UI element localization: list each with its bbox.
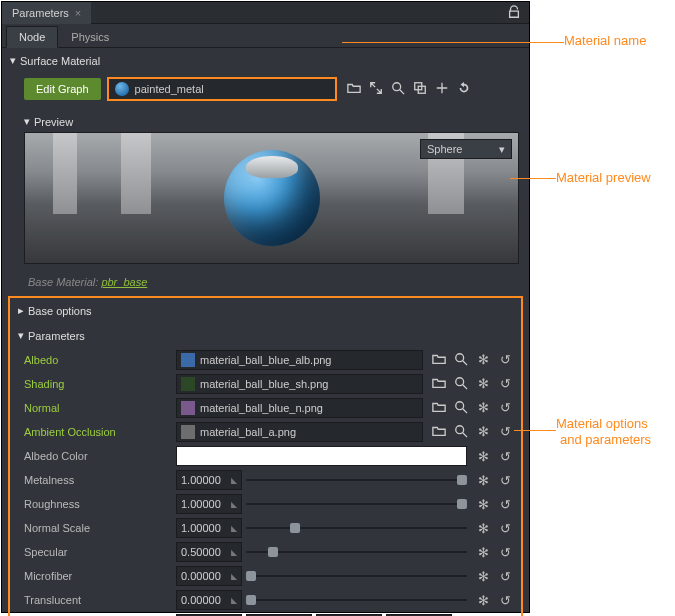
preview-header[interactable]: ▾ Preview bbox=[24, 111, 519, 132]
gear-icon[interactable]: ✻ bbox=[475, 521, 491, 536]
search-icon[interactable] bbox=[453, 352, 469, 369]
svg-point-3 bbox=[456, 353, 464, 361]
search-icon[interactable] bbox=[453, 424, 469, 441]
add-icon[interactable] bbox=[435, 81, 449, 98]
gear-icon[interactable]: ✻ bbox=[475, 569, 491, 584]
folder-icon[interactable] bbox=[431, 352, 447, 369]
gear-icon[interactable]: ✻ bbox=[475, 473, 491, 488]
reset-icon[interactable]: ↺ bbox=[497, 473, 513, 488]
gear-icon[interactable]: ✻ bbox=[475, 424, 491, 441]
spinner-icon[interactable]: ◣ bbox=[231, 524, 237, 533]
folder-icon[interactable] bbox=[431, 400, 447, 417]
folder-icon[interactable] bbox=[431, 424, 447, 441]
slider[interactable] bbox=[246, 470, 467, 490]
row-actions: ✻↺ bbox=[471, 545, 513, 560]
title-tab[interactable]: Parameters × bbox=[2, 2, 91, 24]
number-input[interactable]: 1.00000◣ bbox=[176, 494, 242, 514]
param-ambient-occlusion: Ambient Occlusion material_ball_a.png ✻ … bbox=[10, 420, 521, 444]
edit-graph-button[interactable]: Edit Graph bbox=[24, 78, 101, 100]
search-icon[interactable] bbox=[453, 376, 469, 393]
titlebar: Parameters × bbox=[2, 2, 529, 24]
preview-title: Preview bbox=[34, 116, 73, 128]
number-input[interactable]: 1.00000◣ bbox=[176, 470, 242, 490]
number-input[interactable]: 0.00000◣ bbox=[176, 590, 242, 610]
spinner-icon[interactable]: ◣ bbox=[231, 500, 237, 509]
gear-icon[interactable]: ✻ bbox=[475, 376, 491, 393]
texture-input[interactable]: material_ball_blue_sh.png bbox=[176, 374, 423, 394]
reset-icon[interactable]: ↺ bbox=[497, 497, 513, 512]
number-input[interactable]: 0.00000◣ bbox=[176, 566, 242, 586]
parameters-panel: Parameters × Node Physics ▾ Surface Mate… bbox=[1, 1, 530, 613]
gear-icon[interactable]: ✻ bbox=[475, 400, 491, 417]
gear-icon[interactable]: ✻ bbox=[475, 449, 491, 464]
slider[interactable] bbox=[246, 590, 467, 610]
section-base-options[interactable]: ▸ Base options bbox=[10, 298, 521, 323]
folder-icon[interactable] bbox=[431, 376, 447, 393]
number-value: 1.00000 bbox=[181, 498, 221, 510]
texture-input[interactable]: material_ball_a.png bbox=[176, 422, 423, 442]
param-albedo-color: Albedo Color ✻ ↺ bbox=[10, 444, 521, 468]
env-pillar bbox=[121, 133, 151, 214]
folder-icon[interactable] bbox=[347, 81, 361, 98]
tab-node[interactable]: Node bbox=[6, 26, 58, 48]
param-label: Albedo Color bbox=[24, 450, 172, 462]
reset-icon[interactable]: ↺ bbox=[497, 521, 513, 536]
lock-icon[interactable] bbox=[507, 5, 521, 21]
reset-icon[interactable]: ↺ bbox=[497, 593, 513, 608]
number-value: 0.00000 bbox=[181, 570, 221, 582]
row-actions: ✻↺ bbox=[471, 473, 513, 488]
texture-filename: material_ball_a.png bbox=[200, 426, 296, 438]
clone-icon[interactable] bbox=[413, 81, 427, 98]
number-value: 0.50000 bbox=[181, 546, 221, 558]
search-icon[interactable] bbox=[391, 81, 405, 98]
texture-input[interactable]: material_ball_blue_alb.png bbox=[176, 350, 423, 370]
reset-icon[interactable]: ↺ bbox=[497, 424, 513, 441]
expand-icon[interactable] bbox=[369, 81, 383, 98]
reset-icon[interactable]: ↺ bbox=[497, 569, 513, 584]
reset-icon[interactable]: ↺ bbox=[497, 352, 513, 369]
env-pillar bbox=[53, 133, 77, 214]
spinner-icon[interactable]: ◣ bbox=[231, 548, 237, 557]
texture-input[interactable]: material_ball_blue_n.png bbox=[176, 398, 423, 418]
param-specular: Specular 0.50000◣ ✻↺ bbox=[10, 540, 521, 564]
number-input[interactable]: 0.50000◣ bbox=[176, 542, 242, 562]
search-icon[interactable] bbox=[453, 400, 469, 417]
section-surface-material[interactable]: ▾ Surface Material bbox=[2, 48, 529, 73]
preview-sphere bbox=[224, 150, 320, 246]
annotation-line bbox=[514, 430, 556, 431]
material-name-input[interactable]: painted_metal bbox=[107, 77, 337, 101]
gear-icon[interactable]: ✻ bbox=[475, 593, 491, 608]
param-label: Translucent bbox=[24, 594, 172, 606]
reset-icon[interactable]: ↺ bbox=[497, 545, 513, 560]
color-swatch[interactable] bbox=[176, 446, 467, 466]
reset-icon[interactable]: ↺ bbox=[497, 400, 513, 417]
panel-title: Parameters bbox=[12, 7, 69, 19]
param-label: Normal bbox=[24, 402, 172, 414]
spinner-icon[interactable]: ◣ bbox=[231, 476, 237, 485]
section-title: Parameters bbox=[28, 330, 85, 342]
spinner-icon[interactable]: ◣ bbox=[231, 572, 237, 581]
preview-shape-select[interactable]: Sphere ▾ bbox=[420, 139, 512, 159]
preview-viewport[interactable]: Sphere ▾ bbox=[24, 132, 519, 264]
reset-icon[interactable]: ↺ bbox=[497, 449, 513, 464]
reset-icon[interactable]: ↺ bbox=[497, 376, 513, 393]
gear-icon[interactable]: ✻ bbox=[475, 352, 491, 369]
chevron-down-icon: ▾ bbox=[18, 329, 28, 342]
number-value: 0.00000 bbox=[181, 594, 221, 606]
section-parameters[interactable]: ▾ Parameters bbox=[10, 323, 521, 348]
slider[interactable] bbox=[246, 518, 467, 538]
close-icon[interactable]: × bbox=[75, 7, 81, 19]
gear-icon[interactable]: ✻ bbox=[475, 497, 491, 512]
param-label: Metalness bbox=[24, 474, 172, 486]
annotation-line bbox=[342, 42, 564, 43]
base-material-link[interactable]: pbr_base bbox=[101, 276, 147, 288]
slider[interactable] bbox=[246, 494, 467, 514]
number-input[interactable]: 1.00000◣ bbox=[176, 518, 242, 538]
reset-icon[interactable] bbox=[457, 81, 471, 98]
spinner-icon[interactable]: ◣ bbox=[231, 596, 237, 605]
param-translucent: Translucent 0.00000◣ ✻↺ bbox=[10, 588, 521, 612]
slider[interactable] bbox=[246, 566, 467, 586]
tab-physics[interactable]: Physics bbox=[58, 26, 122, 47]
gear-icon[interactable]: ✻ bbox=[475, 545, 491, 560]
slider[interactable] bbox=[246, 542, 467, 562]
